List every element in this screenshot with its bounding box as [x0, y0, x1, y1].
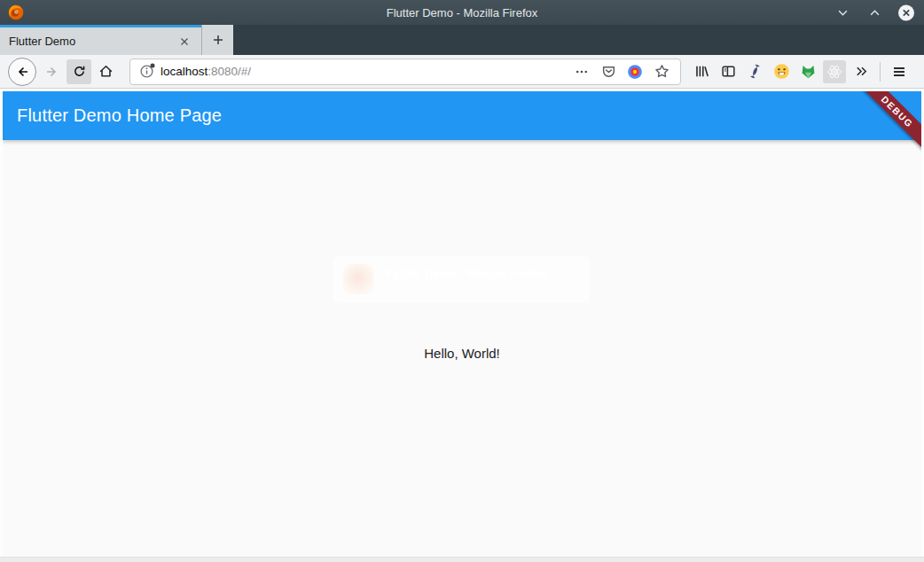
pocket-icon[interactable]: [595, 59, 622, 85]
firefox-window: Flutter Demo - Mozilla Firefox Flutter D…: [0, 0, 924, 562]
browser-viewport: Flutter Demo Home Page DEBUG Flutter Dem…: [0, 89, 924, 557]
navigation-toolbar: localhost:8080/#/: [0, 55, 924, 89]
faded-notification-text: Flutter Demo - Mozilla Firefox localhost…: [386, 267, 547, 293]
faded-notification-subtitle: localhost:8080: [386, 280, 547, 293]
url-bar[interactable]: localhost:8080/#/: [129, 59, 681, 85]
new-tab-button[interactable]: [201, 25, 233, 55]
reload-button[interactable]: [66, 59, 92, 85]
extension-green-fox-icon[interactable]: [795, 59, 821, 85]
window-close-icon[interactable]: [897, 4, 915, 21]
url-host: localhost: [161, 65, 208, 78]
tab-bar: Flutter Demo: [0, 25, 924, 55]
forward-button[interactable]: [39, 59, 66, 85]
faded-notification-ghost: Flutter Demo - Mozilla Firefox localhost…: [333, 256, 590, 302]
back-icon: [8, 58, 36, 86]
window-controls: [834, 0, 915, 25]
hamburger-menu-button[interactable]: [886, 59, 912, 85]
back-button[interactable]: [7, 57, 37, 87]
tab-close-icon[interactable]: [176, 34, 192, 50]
url-path: :8080/#/: [208, 65, 251, 78]
extension-emoji-icon[interactable]: [768, 59, 795, 85]
url-text[interactable]: localhost:8080/#/: [157, 65, 568, 78]
tab-strip-empty-area: [233, 25, 924, 55]
window-maximize-icon[interactable]: [865, 4, 883, 21]
window-title: Flutter Demo - Mozilla Firefox: [0, 6, 924, 20]
overflow-menu-icon[interactable]: [848, 59, 874, 85]
window-minimize-icon[interactable]: [834, 4, 851, 21]
home-button[interactable]: [92, 59, 119, 85]
faded-firefox-icon: [343, 264, 373, 294]
faded-notification-title: Flutter Demo - Mozilla Firefox: [386, 267, 547, 280]
reload-icon: [67, 59, 91, 84]
screenshot-target-icon[interactable]: [622, 59, 648, 85]
tab-flutter-demo[interactable]: Flutter Demo: [0, 25, 201, 55]
window-bottom-edge: [0, 557, 924, 562]
flutter-appbar: Flutter Demo Home Page: [3, 91, 921, 140]
react-atom-icon: [823, 60, 846, 83]
appbar-title: Flutter Demo Home Page: [17, 105, 222, 126]
site-info-icon[interactable]: [136, 61, 157, 82]
page-actions-icon[interactable]: [568, 59, 595, 85]
bookmark-star-icon[interactable]: [648, 59, 675, 85]
library-button[interactable]: [688, 59, 715, 85]
tab-title: Flutter Demo: [9, 35, 176, 48]
debug-banner-wrap: DEBUG: [824, 91, 921, 189]
window-titlebar: Flutter Demo - Mozilla Firefox: [0, 0, 924, 25]
toolbar-separator: [880, 62, 881, 82]
hello-world-text: Hello, World!: [3, 346, 921, 361]
url-actions: [568, 59, 675, 85]
extension-react-devtools-icon[interactable]: [821, 59, 848, 85]
extension-stylish-icon[interactable]: [741, 59, 768, 85]
sidebar-toggle-button[interactable]: [715, 59, 741, 85]
debug-banner: DEBUG: [845, 91, 921, 164]
